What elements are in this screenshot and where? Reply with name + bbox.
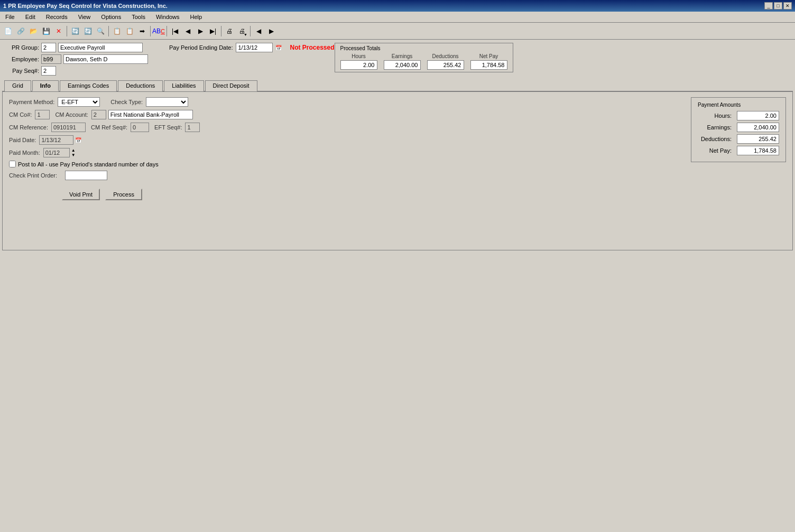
menu-options[interactable]: Options bbox=[98, 13, 124, 21]
toolbar-print2[interactable]: 🖨▼ bbox=[236, 25, 248, 37]
menu-file[interactable]: File bbox=[2, 13, 18, 21]
toolbar-back[interactable]: ◀ bbox=[253, 25, 264, 37]
processed-totals-title: Processed Totals bbox=[340, 45, 507, 51]
deductions-total-value[interactable] bbox=[427, 60, 464, 70]
earnings-total-value[interactable] bbox=[384, 60, 421, 70]
menu-records[interactable]: Records bbox=[43, 13, 71, 21]
tabs-area: Grid Info Earnings Codes Deductions Liab… bbox=[0, 80, 795, 250]
toolbar-prev[interactable]: ◀ bbox=[182, 25, 193, 37]
pa-hours-value[interactable] bbox=[737, 111, 779, 120]
toolbar-refresh[interactable]: 🔄 bbox=[69, 25, 81, 37]
cm-co-row: CM Co#: CM Account: bbox=[9, 110, 670, 119]
net-pay-total-label: Net Pay bbox=[479, 53, 498, 59]
tabs-container: Grid Info Earnings Codes Deductions Liab… bbox=[2, 80, 793, 92]
pa-net-pay-value[interactable] bbox=[737, 146, 779, 155]
pa-net-pay-row: Net Pay: bbox=[698, 146, 779, 155]
toolbar-paste[interactable]: 📋 bbox=[124, 25, 135, 37]
menu-help[interactable]: Help bbox=[187, 13, 206, 21]
pr-group-name-input[interactable] bbox=[58, 43, 143, 52]
employee-name-input[interactable] bbox=[63, 54, 148, 64]
toolbar-forward[interactable]: ▶ bbox=[265, 25, 277, 37]
tab-direct-deposit[interactable]: Direct Deposit bbox=[205, 80, 257, 91]
tab-info[interactable]: Info bbox=[32, 80, 59, 91]
hours-total-value[interactable] bbox=[340, 60, 377, 70]
pa-earnings-row: Earnings: bbox=[698, 123, 779, 132]
pr-group-row: PR Group: bbox=[4, 43, 148, 52]
earnings-total-col: Earnings bbox=[384, 53, 421, 70]
paid-month-input[interactable] bbox=[43, 148, 70, 157]
pay-period-input[interactable] bbox=[236, 43, 273, 52]
title-bar: 1 PR Employee Pay Seq Control for Vista … bbox=[0, 0, 795, 12]
toolbar-copy[interactable]: 📋 bbox=[111, 25, 123, 37]
toolbar-new[interactable]: 📄 bbox=[2, 25, 14, 37]
toolbar-separator-4 bbox=[167, 26, 167, 36]
toolbar-separator-6 bbox=[250, 26, 251, 36]
deductions-total-label: Deductions bbox=[432, 53, 458, 59]
employee-row: Employee: bbox=[4, 54, 148, 64]
toolbar-last[interactable]: ▶| bbox=[207, 25, 219, 37]
net-pay-total-value[interactable] bbox=[470, 60, 507, 70]
tab-deductions[interactable]: Deductions bbox=[118, 80, 163, 91]
toolbar-find[interactable]: 🔍 bbox=[95, 25, 106, 37]
pa-hours-row: Hours: bbox=[698, 111, 779, 120]
toolbar-save[interactable]: 💾 bbox=[40, 25, 52, 37]
toolbar-print[interactable]: 🖨 bbox=[224, 25, 235, 37]
window-title: 1 PR Employee Pay Seq Control for Vista … bbox=[3, 3, 168, 9]
cm-reference-input[interactable] bbox=[51, 123, 86, 132]
pa-earnings-value[interactable] bbox=[737, 123, 779, 132]
toolbar-link[interactable]: 🔗 bbox=[15, 25, 26, 37]
paid-date-calendar[interactable]: 📅 bbox=[73, 135, 83, 145]
status-text: Not Processed bbox=[290, 44, 334, 51]
cm-account-name-input[interactable] bbox=[108, 110, 193, 119]
employee-id-input[interactable] bbox=[41, 54, 61, 64]
pa-deductions-value[interactable] bbox=[737, 134, 779, 144]
payment-method-select[interactable]: E-EFT bbox=[58, 97, 100, 107]
check-print-order-row: Check Print Order: bbox=[9, 171, 670, 180]
paid-date-input[interactable] bbox=[39, 135, 73, 145]
paid-month-label: Paid Month: bbox=[9, 150, 40, 156]
void-pmt-button[interactable]: Void Pmt bbox=[62, 189, 100, 200]
toolbar-first[interactable]: |◀ bbox=[169, 25, 181, 37]
cm-ref-seq-input[interactable] bbox=[131, 123, 149, 132]
minimize-button[interactable]: _ bbox=[764, 2, 773, 10]
info-content: Payment Method: E-EFT Check Type: CM Co#… bbox=[9, 97, 786, 200]
cm-account-input[interactable] bbox=[91, 110, 106, 119]
menu-tools[interactable]: Tools bbox=[128, 13, 149, 21]
payment-amounts-box: Payment Amounts Hours: Earnings: Deducti… bbox=[691, 97, 786, 162]
toolbar-delete[interactable]: ✕ bbox=[53, 25, 64, 37]
cm-co-input[interactable] bbox=[35, 110, 50, 119]
hours-total-col: Hours bbox=[340, 53, 377, 70]
process-button[interactable]: Process bbox=[105, 189, 142, 200]
post-to-all-checkbox[interactable] bbox=[9, 161, 16, 167]
paid-date-label: Paid Date: bbox=[9, 137, 36, 143]
eft-seq-input[interactable] bbox=[185, 123, 200, 132]
toolbar-separator-5 bbox=[221, 26, 221, 36]
tab-liabilities[interactable]: Liabilities bbox=[164, 80, 204, 91]
toolbar-next[interactable]: ▶ bbox=[195, 25, 206, 37]
check-print-order-input[interactable] bbox=[65, 171, 107, 180]
maximize-button[interactable]: □ bbox=[774, 2, 782, 10]
check-type-select[interactable] bbox=[146, 97, 188, 107]
pay-seq-label: Pay Seq#: bbox=[4, 68, 41, 74]
paid-month-spinner[interactable]: ▲▼ bbox=[70, 148, 77, 157]
toolbar-arrow[interactable]: ➡ bbox=[136, 25, 148, 37]
toolbar-refresh2[interactable]: 🔄 bbox=[82, 25, 94, 37]
pay-period-calendar[interactable]: 📅 bbox=[274, 43, 283, 52]
menu-view[interactable]: View bbox=[75, 13, 94, 21]
pa-hours-label: Hours: bbox=[698, 113, 735, 119]
processed-totals-box: Processed Totals Hours Earnings Deductio… bbox=[335, 43, 513, 72]
tab-grid[interactable]: Grid bbox=[4, 80, 31, 91]
tab-earnings-codes[interactable]: Earnings Codes bbox=[60, 80, 117, 91]
menu-edit[interactable]: Edit bbox=[22, 13, 39, 21]
close-button[interactable]: ✕ bbox=[783, 2, 792, 10]
cm-ref-seq-label: CM Ref Seq#: bbox=[91, 124, 127, 130]
toolbar-open[interactable]: 📂 bbox=[27, 25, 39, 37]
pa-deductions-row: Deductions: bbox=[698, 134, 779, 144]
toolbar-spell[interactable]: ABC bbox=[153, 25, 164, 37]
cm-reference-label: CM Reference: bbox=[9, 124, 48, 130]
header-left: PR Group: Employee: Pay Seq#: bbox=[4, 43, 148, 78]
menu-windows[interactable]: Windows bbox=[153, 13, 183, 21]
cm-reference-row: CM Reference: CM Ref Seq#: EFT Seq#: bbox=[9, 123, 670, 132]
pr-group-input[interactable] bbox=[41, 43, 56, 52]
pay-seq-input[interactable] bbox=[41, 66, 56, 76]
